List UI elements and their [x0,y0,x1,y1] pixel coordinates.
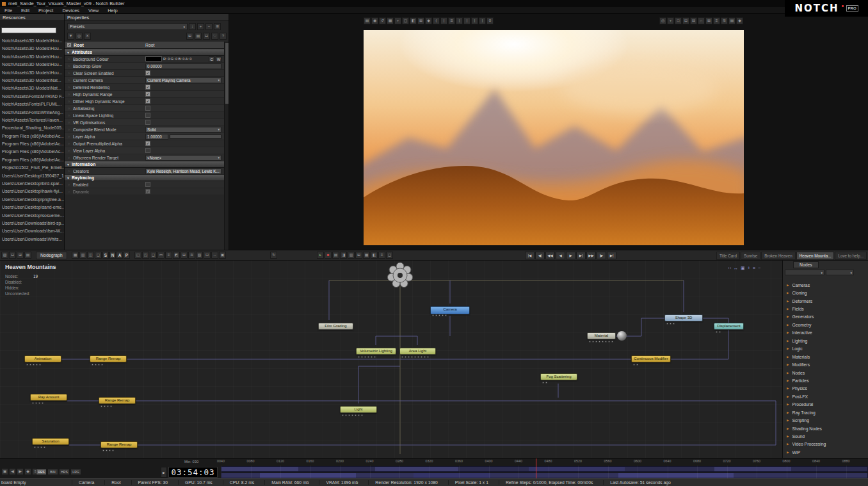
checkbox[interactable] [145,113,150,118]
keyframe-dot-icon[interactable]: ○ [65,85,73,89]
resources-search-input[interactable] [1,28,56,33]
snap-toggle-n[interactable]: N [109,252,116,259]
port-dot[interactable] [34,446,36,448]
port-dot[interactable] [32,402,34,404]
category-shading-nodes[interactable]: ▶Shading Nodes [783,425,868,432]
port-dot[interactable] [432,314,434,316]
keyframe-dot-icon[interactable]: ○ [65,169,73,173]
viewport-tool-icon[interactable]: | [463,17,470,24]
graph-tool-icon[interactable]: ▦ [72,252,79,259]
port-dot[interactable] [39,364,41,366]
port-dot[interactable] [348,414,350,416]
menu-help[interactable]: Help [103,7,122,14]
node-shape-3d[interactable]: Shape 3D [664,314,703,321]
color-c-button[interactable]: C [209,56,214,62]
node-film-grading[interactable]: Film Grading [318,323,353,330]
port-dot[interactable] [100,405,102,407]
category-post-fx[interactable]: ▶Post-FX [783,393,868,400]
nodes-panel-tab[interactable]: Nodes [793,261,819,268]
viewport-tool-icon[interactable]: + [667,17,674,24]
node-area-light[interactable]: Area Light [399,348,436,355]
graph-tool-icon[interactable]: ⊟ [9,252,16,259]
node-ray-amount[interactable]: Ray Amount [30,394,67,401]
viewport-tool-icon[interactable]: | [479,17,486,24]
graph-tool-icon[interactable]: ■ [325,252,332,259]
checkbox[interactable]: ✓ [145,141,150,146]
graph-tool-icon[interactable]: ≋ [188,252,195,259]
port-dot[interactable] [35,402,37,404]
keyframe-dot-icon[interactable]: ○ [65,156,73,159]
menu-file[interactable]: File [0,7,17,14]
refresh-icon[interactable]: ↻ [270,252,277,259]
port-dot[interactable] [408,356,410,358]
fast-forward-button[interactable]: ▶▶ [586,252,596,259]
keyframe-dot-icon[interactable]: ○ [65,182,73,186]
root-enable-checkbox[interactable]: ✓ [67,42,72,47]
preset-tool-icon[interactable]: ↓ [189,23,196,30]
number-field[interactable]: 0.00000 [145,63,221,69]
resource-item[interactable]: Program Files (x86)\Adobe\Ac... [0,148,64,156]
port-dot[interactable] [345,414,347,416]
graph-zoom-icon[interactable]: ↔ [734,266,738,271]
timeline-clip[interactable] [375,467,458,471]
category-generators[interactable]: ▶Generators [783,313,868,321]
keyframe-dot-icon[interactable]: ○ [65,64,73,68]
node-material[interactable]: Material [587,332,616,339]
port-dot[interactable] [542,382,544,384]
graph-tool-icon[interactable]: ↔ [211,252,218,259]
filter-icon[interactable]: ◎ [76,33,83,40]
node-range-remap[interactable]: Range Remap [100,441,138,448]
rendered-scene[interactable] [364,30,744,245]
keyframe-dot-icon[interactable]: ○ [65,190,73,193]
graph-tool-icon[interactable]: ◰ [134,252,141,259]
port-dot[interactable] [342,414,344,416]
port-dot[interactable] [421,356,422,358]
category-video-processing[interactable]: ▶Video Processing [783,441,868,448]
port-dot[interactable] [405,356,406,358]
graph-zoom-icon[interactable]: ≡ [753,266,755,271]
scrollbar-thumb[interactable] [225,43,229,104]
panel-tool-icon[interactable]: ⊞ [186,33,193,40]
viewport-tool-icon[interactable]: ≋ [721,17,728,24]
previous-keyframe-button[interactable]: ◀| [535,252,545,259]
menu-view[interactable]: View [84,7,103,14]
checkbox[interactable]: ✓ [145,189,150,194]
port-dot[interactable] [602,341,604,343]
port-dot[interactable] [358,414,360,416]
graph-tool-icon[interactable]: ◩ [173,252,180,259]
graph-tool-icon[interactable]: ◻ [95,252,102,259]
viewport-tool-icon[interactable]: ◻ [402,17,409,24]
category-lighting[interactable]: ▶Lighting [783,337,868,344]
keyframe-dot-icon[interactable]: ○ [65,99,73,103]
viewport-tool-icon[interactable]: ◎ [659,17,666,24]
checkbox[interactable] [145,182,150,187]
graph-tool-icon[interactable]: ⊞ [355,252,362,259]
checkbox[interactable]: ✓ [145,92,150,97]
viewport-tool-icon[interactable]: ◧ [410,17,417,24]
resource-item[interactable]: Notch\Assets\3D Models\Hou... [0,69,64,77]
node-fog-scattering[interactable]: Fog Scattering [540,373,577,380]
resource-item[interactable]: Users\User\Desktop\pngtree-a... [0,196,64,204]
resource-item[interactable]: Notch\Assets\3D Models\Hou... [0,61,64,69]
timeline-bin-button[interactable]: BIN [47,469,58,475]
viewport-tool-icon[interactable]: S [448,17,455,24]
layer-tab[interactable]: Heaven Mounta... [796,252,835,260]
resource-item[interactable]: Users\User\Downloads\bird-sp... [0,220,64,227]
graph-tool-icon[interactable]: ▨ [1,252,8,259]
resource-item[interactable]: Notch\Assets\Fonts\MYRIAD F... [0,93,64,101]
port-dot[interactable] [92,364,93,366]
category-particles[interactable]: ▶Particles [783,377,868,384]
port-dot[interactable] [442,314,444,316]
graph-zoom-icon[interactable]: ∷ [728,266,731,271]
node-filter-dropdown[interactable]: ▾ [826,270,854,275]
port-dot[interactable] [411,356,413,358]
keyframe-dot-icon[interactable]: ○ [65,106,73,110]
checkbox[interactable] [145,148,150,153]
step-back-button[interactable]: ◀ [556,252,565,259]
graph-tool-icon[interactable]: ▧ [196,252,203,259]
category-physics[interactable]: ▶Physics [783,385,868,393]
port-dot[interactable] [545,382,547,384]
timeline-clip[interactable] [260,473,356,478]
viewport-tool-icon[interactable]: ◆ [425,17,432,24]
port-dot[interactable] [110,405,112,407]
